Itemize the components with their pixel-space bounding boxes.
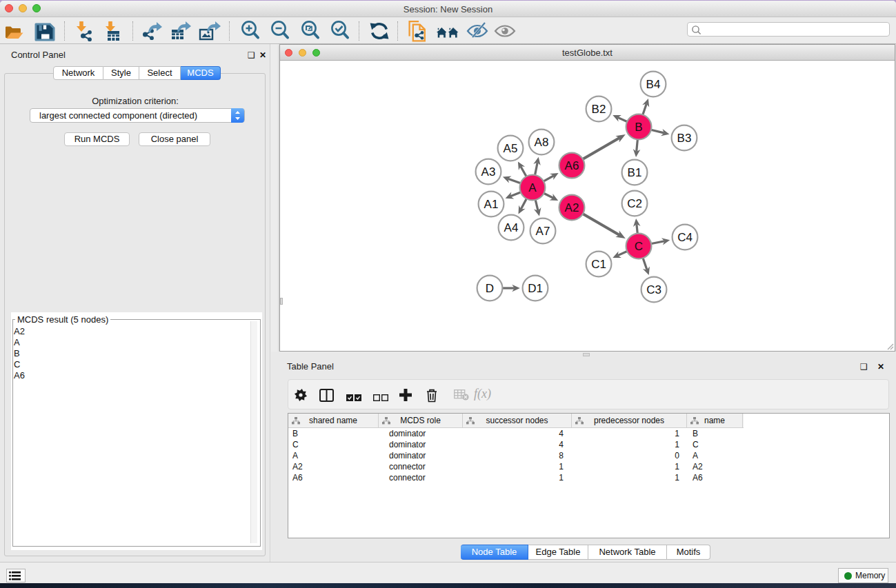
svg-text:A: A bbox=[528, 181, 537, 194]
svg-text:B: B bbox=[635, 121, 642, 134]
svg-text:C: C bbox=[635, 240, 643, 253]
svg-text:B4: B4 bbox=[646, 78, 661, 91]
svg-text:C3: C3 bbox=[646, 283, 661, 296]
svg-text:B3: B3 bbox=[677, 132, 692, 145]
svg-text:B1: B1 bbox=[628, 166, 642, 179]
svg-text:A4: A4 bbox=[504, 221, 519, 234]
svg-text:A5: A5 bbox=[504, 142, 518, 155]
svg-text:D1: D1 bbox=[528, 282, 543, 295]
svg-text:A2: A2 bbox=[565, 201, 579, 214]
svg-text:D: D bbox=[486, 282, 494, 295]
svg-text:C2: C2 bbox=[627, 197, 642, 210]
svg-text:C4: C4 bbox=[677, 231, 693, 244]
svg-text:A7: A7 bbox=[536, 225, 550, 238]
svg-text:B2: B2 bbox=[592, 103, 606, 116]
svg-text:A6: A6 bbox=[565, 159, 579, 172]
svg-text:A3: A3 bbox=[481, 165, 496, 179]
svg-text:A8: A8 bbox=[535, 136, 549, 149]
svg-text:C1: C1 bbox=[591, 258, 606, 271]
svg-text:A1: A1 bbox=[484, 198, 499, 211]
